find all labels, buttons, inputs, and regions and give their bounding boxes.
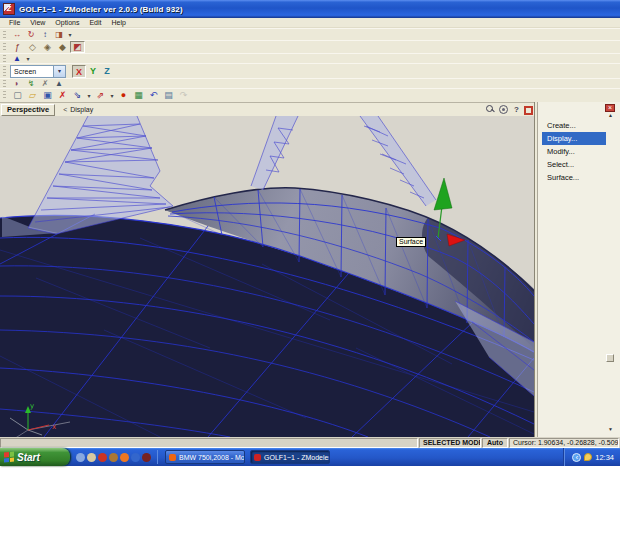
quick-launch-opera-icon[interactable] [98, 453, 107, 462]
quick-launch-bar [70, 453, 155, 462]
breadcrumb-back-icon[interactable]: < [63, 106, 67, 113]
quick-launch-paint-icon[interactable] [109, 453, 118, 462]
redo-icon[interactable]: ↷ [176, 90, 191, 102]
toolbar-grip[interactable] [3, 91, 6, 100]
save-file-icon[interactable]: ▣ [40, 90, 55, 102]
menu-options[interactable]: Options [50, 18, 84, 28]
toolbar-grip[interactable] [3, 66, 6, 76]
axis-x-label: x [52, 423, 56, 431]
firefox-task-icon [169, 454, 176, 461]
export-dropdown-icon[interactable]: ▾ [108, 92, 116, 99]
zmodeler-task-icon [254, 454, 261, 461]
import-dropdown-icon[interactable]: ▾ [85, 92, 93, 99]
material-editor-icon[interactable]: ▦ [131, 90, 146, 102]
undo-icon[interactable]: ↶ [146, 90, 161, 102]
menu-edit[interactable]: Edit [84, 18, 106, 28]
panel-item-create[interactable]: Create... [542, 119, 606, 132]
windows-flag-icon [4, 451, 14, 462]
start-button[interactable]: Start [0, 448, 70, 466]
toolbar-file: ▢ ▱ ▣ ✗ ⇘ ▾ ⇗ ▾ ● ▦ ↶ ▤ ↷ [0, 88, 620, 102]
gizmo-scale-icon[interactable]: ↕ [38, 29, 52, 40]
menu-bar: File View Options Edit Help [0, 18, 620, 28]
edges-mode-icon[interactable]: ◈ [40, 41, 55, 53]
panel-item-surface[interactable]: Surface... [542, 171, 606, 184]
task-button-bmw[interactable]: BMW 750i,2008 - Moz... [165, 450, 245, 464]
title-bar: Z GOLF1~1 - ZModeler ver 2.0.9 (Build 93… [0, 0, 620, 18]
render-icon[interactable]: ● [116, 90, 131, 102]
system-tray: ‹ 12:34 [563, 448, 620, 466]
task-label: GOLF1~1 - ZModeler ... [264, 454, 330, 461]
objects-mode-icon[interactable]: ◩ [70, 41, 85, 53]
menu-file[interactable]: File [4, 18, 25, 28]
gizmo-modes-icon[interactable]: ◨ [52, 29, 66, 40]
toolbar-grip[interactable] [3, 80, 6, 86]
toolbar-grip[interactable] [3, 43, 6, 52]
gizmo-rotate-icon[interactable]: ↻ [24, 29, 38, 40]
panel-item-modify[interactable]: Modify... [542, 145, 606, 158]
view-help-icon[interactable]: ? [511, 104, 522, 115]
primitives-dropdown-icon[interactable]: ▾ [24, 55, 32, 62]
quick-launch-msn-icon[interactable] [131, 453, 140, 462]
open-file-icon[interactable]: ▱ [25, 90, 40, 102]
import-icon[interactable]: ⇘ [70, 90, 85, 102]
viewport-3d[interactable]: y x Surface [0, 116, 534, 437]
tray-messenger-icon[interactable] [584, 453, 592, 461]
taskbar: Start BMW 750i,2008 - Moz... GOLF1~1 - Z… [0, 448, 620, 466]
breadcrumb-label: Display [70, 106, 93, 113]
panel-item-select[interactable]: Select... [542, 158, 606, 171]
panel-close-icon[interactable]: × [605, 104, 615, 112]
task-label: BMW 750i,2008 - Moz... [179, 454, 245, 461]
toolbar-tools: ◗ ↯ ✗ ▲ [0, 78, 620, 88]
gizmo-dropdown-icon[interactable]: ▾ [66, 31, 74, 38]
view-mode-button[interactable]: Perspective [1, 104, 55, 116]
menu-view[interactable]: View [25, 18, 50, 28]
panel-scroll-thumb[interactable] [606, 354, 614, 362]
screen-combo-value: Screen [11, 66, 53, 77]
status-mode: SELECTED MODE [419, 438, 481, 448]
curve-tool-icon[interactable]: ƒ [10, 41, 25, 53]
combo-arrow-icon[interactable]: ▾ [53, 66, 65, 77]
toolbar-gizmo: ↔ ↻ ↕ ◨ ▾ [0, 28, 620, 40]
gizmo-move-icon[interactable]: ↔ [10, 29, 24, 40]
tray-clock: 12:34 [595, 453, 614, 462]
zoom-view-icon[interactable] [485, 104, 496, 115]
axis-z-button[interactable]: Z [100, 65, 114, 78]
panel-scroll-up-icon[interactable]: ▲ [608, 113, 613, 118]
faces-mode-icon[interactable]: ◆ [55, 41, 70, 53]
screen-combo[interactable]: Screen ▾ [10, 65, 66, 78]
status-auto[interactable]: Auto [482, 438, 508, 448]
axis-x-button[interactable]: X [72, 65, 86, 78]
task-button-zmodeler[interactable]: GOLF1~1 - ZModeler ... [250, 450, 330, 464]
viewport-canvas: y x [0, 116, 534, 437]
toolbar-axis: Screen ▾ X Y Z [0, 63, 620, 78]
maximize-view-icon[interactable] [524, 106, 533, 115]
surface-tooltip: Surface [396, 237, 426, 247]
window-title: GOLF1~1 - ZModeler ver 2.0.9 (Build 932) [19, 5, 183, 14]
toolbar-grip[interactable] [3, 55, 6, 61]
new-file-icon[interactable]: ▢ [10, 90, 25, 102]
tray-chevron-icon[interactable]: ‹ [572, 453, 581, 462]
menu-help[interactable]: Help [107, 18, 131, 28]
start-label: Start [17, 452, 40, 463]
quick-launch-firefox-icon[interactable] [120, 453, 129, 462]
export-icon[interactable]: ⇗ [93, 90, 108, 102]
side-panel-menu: × ▲ Create... Display... Modify... Selec… [537, 102, 620, 437]
breadcrumb[interactable]: <Display [63, 106, 93, 113]
vertices-mode-icon[interactable]: ◇ [25, 41, 40, 53]
quick-launch-browser-icon[interactable] [76, 453, 85, 462]
panel-scroll-down-icon[interactable]: ▼ [608, 427, 613, 432]
view-header: Perspective <Display ? [0, 102, 536, 116]
orbit-view-icon[interactable] [498, 104, 509, 115]
quick-launch-mail-icon[interactable] [87, 453, 96, 462]
toolbar-grip[interactable] [3, 31, 6, 39]
app-icon: Z [3, 3, 15, 15]
delete-icon[interactable]: ✗ [55, 90, 70, 102]
status-bar: SELECTED MODE Auto Cursor: 1.90634, -0.2… [0, 437, 620, 448]
log-icon[interactable]: ▤ [161, 90, 176, 102]
taskbar-divider [157, 450, 158, 464]
toolbar-primitives: ▲ ▾ [0, 53, 620, 63]
status-cursor-coords: Cursor: 1.90634, -0.26828, -0.50910 [509, 438, 619, 448]
panel-item-display[interactable]: Display... [542, 132, 606, 145]
axis-y-button[interactable]: Y [86, 65, 100, 78]
quick-launch-media-icon[interactable] [142, 453, 151, 462]
